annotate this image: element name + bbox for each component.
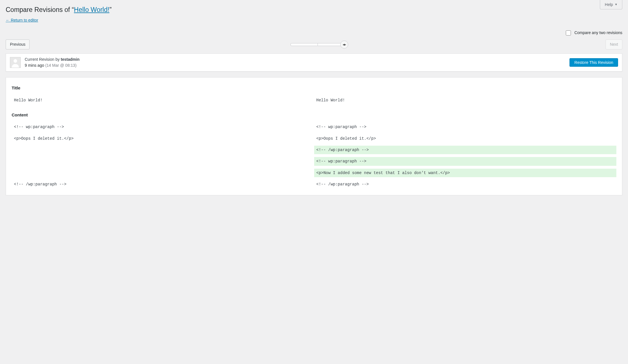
- diff-box: Title Hello World! Hello World! Content …: [6, 77, 622, 195]
- previous-button[interactable]: Previous: [6, 39, 30, 49]
- page-title-suffix: ”: [109, 6, 112, 13]
- revision-slider[interactable]: ◀▶: [30, 43, 606, 46]
- slider-track[interactable]: ◀▶: [291, 43, 345, 46]
- post-title-link[interactable]: Hello World!: [74, 6, 109, 13]
- compare-any-label[interactable]: Compare any two revisions: [566, 30, 622, 35]
- diff-section-content: Content: [12, 112, 616, 118]
- revision-author: testadmin: [61, 57, 80, 62]
- chevron-down-icon: ▼: [615, 2, 617, 7]
- avatar: [10, 57, 21, 68]
- revision-meta-text: Current Revision by testadmin 9 mins ago…: [25, 57, 80, 68]
- drag-icon: ◀▶: [343, 42, 346, 47]
- diff-cell-left: Hello World!: [12, 96, 314, 104]
- diff-cell-left: <!-- wp:paragraph -->: [12, 123, 314, 131]
- revision-timestamp: (14 Mar @ 08:13): [45, 63, 76, 68]
- return-to-editor-link[interactable]: ← Return to editor: [6, 18, 38, 23]
- diff-cell-right: <p>Oops I deleted it.</p>: [314, 134, 617, 143]
- compare-any-row: Compare any two revisions: [6, 27, 622, 39]
- compare-any-checkbox[interactable]: [566, 30, 571, 35]
- diff-section-title: Title: [12, 85, 616, 91]
- page-title-prefix: Compare Revisions of “: [6, 6, 74, 13]
- compare-any-text: Compare any two revisions: [574, 30, 622, 35]
- slider-handle[interactable]: ◀▶: [340, 41, 348, 49]
- diff-cell-left: <p>Oops I deleted it.</p>: [12, 134, 314, 143]
- diff-cell-right: <!-- wp:paragraph -->: [314, 123, 617, 131]
- diff-table-title: Hello World! Hello World!: [12, 96, 616, 104]
- diff-cell-right: <!-- wp:paragraph -->: [314, 157, 617, 166]
- diff-cell-left: [12, 169, 314, 177]
- page-title: Compare Revisions of “Hello World!”: [6, 0, 622, 16]
- revision-ago: 9 mins ago: [25, 63, 44, 68]
- slider-tick: [318, 43, 318, 46]
- svg-point-1: [14, 59, 17, 63]
- diff-cell-left: [12, 157, 314, 166]
- help-label: Help: [605, 2, 613, 7]
- help-tab[interactable]: Help ▼: [600, 0, 622, 9]
- diff-cell-left: [12, 146, 314, 154]
- diff-cell-left: <!-- /wp:paragraph -->: [12, 180, 314, 189]
- restore-revision-button[interactable]: Restore This Revision: [569, 58, 618, 67]
- next-button: Next: [606, 39, 622, 49]
- current-revision-by: Current Revision by: [25, 57, 61, 62]
- diff-table-content: <!-- wp:paragraph --><!-- wp:paragraph -…: [12, 123, 616, 189]
- revision-meta-box: Current Revision by testadmin 9 mins ago…: [6, 53, 622, 72]
- diff-cell-right: Hello World!: [314, 96, 617, 104]
- diff-cell-right: <p>Now I added some new test that I also…: [314, 169, 617, 177]
- diff-cell-right: <!-- /wp:paragraph -->: [314, 146, 617, 154]
- revision-nav-row: Previous ◀▶ Next: [6, 39, 622, 53]
- diff-cell-right: <!-- /wp:paragraph -->: [314, 180, 617, 189]
